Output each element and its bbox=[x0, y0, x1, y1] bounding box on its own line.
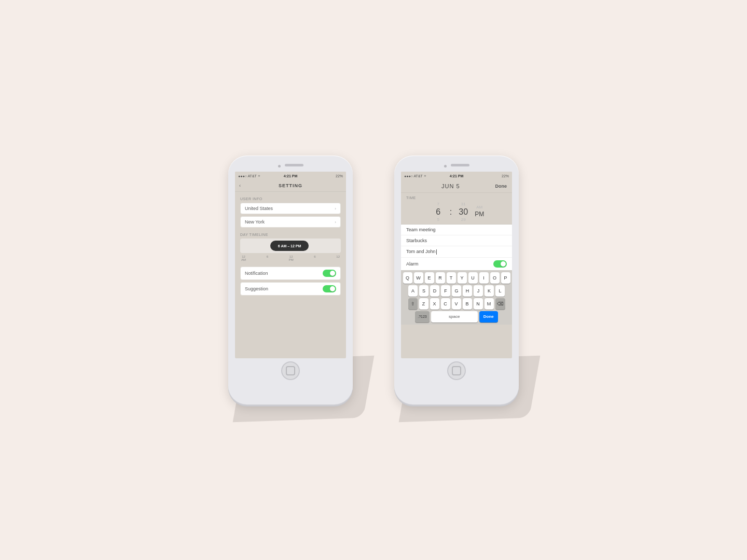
settings-title: SETTING bbox=[279, 183, 302, 188]
key-o[interactable]: O bbox=[490, 272, 500, 284]
timeline-section: DAY TIMELINE 6 AM – 12 PM 12AM 6 12PM 6 … bbox=[240, 233, 341, 261]
notification-toggle-row[interactable]: Notification bbox=[240, 267, 341, 280]
event-row-tom[interactable]: Tom and John bbox=[401, 246, 512, 258]
time-label: TIME bbox=[406, 196, 507, 200]
ampm-main: PM bbox=[475, 210, 484, 219]
cal-done-button[interactable]: Done bbox=[495, 184, 507, 189]
numeric-key[interactable]: .?123 bbox=[415, 311, 430, 323]
phone-calendar-inner: ●●●○ AT&T ᯤ 4:21 PM 22% JUN 5 Done TIME … bbox=[398, 163, 515, 397]
event-starbucks-text: Starbucks bbox=[406, 238, 427, 243]
key-q[interactable]: Q bbox=[403, 272, 412, 284]
settings-screen: ●●●○ AT&T ᯤ 4:21 PM 22% ‹ SETTING USER I… bbox=[235, 172, 346, 358]
tick-12: 12 bbox=[336, 255, 340, 261]
phone-settings: ●●●○ AT&T ᯤ 4:21 PM 22% ‹ SETTING USER I… bbox=[228, 156, 353, 404]
city-select[interactable]: New York › bbox=[240, 216, 341, 228]
key-n[interactable]: N bbox=[474, 298, 483, 310]
key-e[interactable]: E bbox=[425, 272, 434, 284]
key-h[interactable]: H bbox=[463, 285, 472, 297]
key-d[interactable]: D bbox=[430, 285, 439, 297]
back-chevron-icon: ‹ bbox=[239, 183, 241, 188]
key-b[interactable]: B bbox=[463, 298, 472, 310]
calendar-nav: JUN 5 Done bbox=[401, 180, 512, 193]
key-c[interactable]: C bbox=[441, 298, 450, 310]
suggestion-toggle-row[interactable]: Suggestion bbox=[240, 282, 341, 296]
key-i[interactable]: I bbox=[479, 272, 489, 284]
key-a[interactable]: A bbox=[408, 285, 418, 297]
keyboard[interactable]: Q W E R T Y U I O P A S D bbox=[401, 270, 512, 325]
alarm-toggle[interactable] bbox=[493, 260, 507, 268]
key-z[interactable]: Z bbox=[419, 298, 428, 310]
backspace-key[interactable]: ⌫ bbox=[495, 298, 505, 310]
phone-speaker-row bbox=[232, 164, 349, 169]
key-k[interactable]: K bbox=[485, 285, 494, 297]
event-tom-text: Tom and John bbox=[406, 249, 436, 254]
hour-column[interactable]: 7 6 5 bbox=[429, 202, 448, 222]
time-colon: : bbox=[450, 207, 452, 217]
key-y[interactable]: Y bbox=[458, 272, 467, 284]
home-button-2[interactable] bbox=[447, 361, 466, 380]
scene: ●●●○ AT&T ᯤ 4:21 PM 22% ‹ SETTING USER I… bbox=[228, 156, 519, 404]
tick-12am: 12AM bbox=[241, 255, 246, 261]
key-s[interactable]: S bbox=[419, 285, 428, 297]
phone2-earpiece bbox=[451, 164, 469, 166]
key-f[interactable]: F bbox=[441, 285, 450, 297]
key-u[interactable]: U bbox=[468, 272, 478, 284]
ampm-column[interactable]: AM PM bbox=[475, 205, 484, 219]
battery-indicator: 22% bbox=[336, 174, 343, 178]
key-g[interactable]: G bbox=[452, 285, 461, 297]
key-j[interactable]: J bbox=[474, 285, 483, 297]
toggles-section: Notification Suggestion bbox=[240, 267, 341, 296]
tick-6: 6 bbox=[267, 255, 268, 261]
settings-body: USER INFO United States › New York › DAY… bbox=[235, 192, 346, 303]
calendar-screen: ●●●○ AT&T ᯤ 4:21 PM 22% JUN 5 Done TIME … bbox=[401, 172, 512, 358]
home-button-inner-2 bbox=[452, 366, 461, 375]
suggestion-toggle[interactable] bbox=[323, 285, 336, 292]
home-button-inner bbox=[286, 366, 295, 375]
space-key[interactable]: space bbox=[431, 311, 478, 323]
notification-toggle[interactable] bbox=[323, 270, 336, 277]
text-cursor bbox=[436, 249, 437, 255]
back-button[interactable]: ‹ bbox=[239, 183, 241, 188]
country-select[interactable]: United States › bbox=[240, 203, 341, 214]
event-row-team[interactable]: Team meeting bbox=[401, 225, 512, 235]
keyboard-done-key[interactable]: Done bbox=[479, 311, 498, 323]
min-below: 29 bbox=[461, 217, 466, 222]
key-v[interactable]: V bbox=[452, 298, 461, 310]
city-value: New York bbox=[245, 219, 265, 225]
minute-column[interactable]: 31 30 29 bbox=[454, 202, 473, 222]
settings-nav: ‹ SETTING bbox=[235, 180, 346, 192]
timeline-value: 6 AM – 12 PM bbox=[278, 244, 301, 248]
home-button[interactable] bbox=[281, 361, 300, 380]
ampm-above: AM bbox=[476, 205, 482, 209]
tick-6b: 6 bbox=[314, 255, 315, 261]
timeline-handle[interactable]: 6 AM – 12 PM bbox=[270, 241, 309, 251]
phone2-microphone-dot bbox=[444, 165, 447, 167]
key-x[interactable]: X bbox=[430, 298, 439, 310]
user-info-label: USER INFO bbox=[240, 197, 341, 201]
keyboard-row-1: Q W E R T Y U I O P bbox=[402, 272, 511, 284]
timeline-labels: 12AM 6 12PM 6 12 bbox=[240, 255, 341, 261]
carrier-signal-2: ●●●○ AT&T ᯤ bbox=[404, 174, 427, 178]
timeline-track[interactable]: 6 AM – 12 PM bbox=[240, 239, 341, 253]
key-p[interactable]: P bbox=[501, 272, 510, 284]
calendar-date: JUN 5 bbox=[441, 183, 460, 189]
key-t[interactable]: T bbox=[447, 272, 456, 284]
key-w[interactable]: W bbox=[414, 272, 423, 284]
day-timeline-label: DAY TIMELINE bbox=[240, 233, 341, 236]
phone2-speaker-row bbox=[398, 164, 515, 169]
key-r[interactable]: R bbox=[436, 272, 445, 284]
microphone-dot bbox=[278, 165, 281, 167]
alarm-label: Alarm bbox=[406, 261, 419, 267]
hour-below: 5 bbox=[437, 217, 439, 222]
key-m[interactable]: M bbox=[485, 298, 494, 310]
chevron-down-icon: › bbox=[335, 220, 336, 225]
min-above: 31 bbox=[461, 202, 466, 206]
time-picker[interactable]: 7 6 5 : 31 30 29 AM bbox=[406, 202, 507, 222]
shift-key[interactable]: ⇧ bbox=[408, 298, 418, 310]
event-row-starbucks[interactable]: Starbucks bbox=[401, 235, 512, 246]
min-main: 30 bbox=[459, 207, 468, 217]
alarm-row: Alarm bbox=[401, 258, 512, 270]
key-l[interactable]: L bbox=[495, 285, 505, 297]
battery-indicator-2: 22% bbox=[502, 174, 509, 178]
status-bar-2: ●●●○ AT&T ᯤ 4:21 PM 22% bbox=[401, 172, 512, 180]
